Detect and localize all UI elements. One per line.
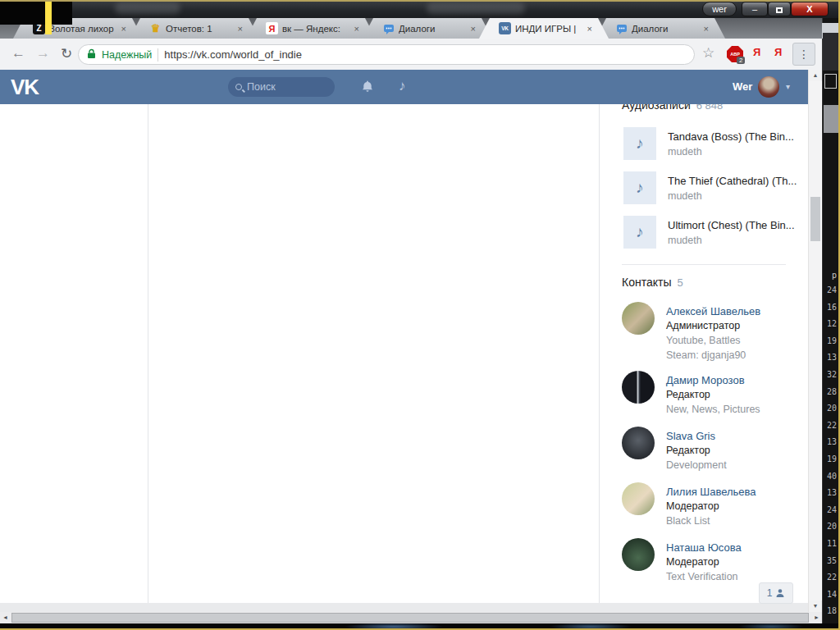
yandex-favicon-icon: Я xyxy=(266,22,278,34)
adblock-badge: 2 xyxy=(737,57,745,64)
back-icon[interactable]: ← xyxy=(11,45,25,62)
titlebar-glass xyxy=(427,2,525,14)
tab-indi-igry-active[interactable]: VK ИНДИ ИГРЫ | × xyxy=(479,18,609,39)
overlay-black-window xyxy=(0,0,72,25)
audio-track-title[interactable]: The Thief (Cathedral) (Th... xyxy=(668,175,797,187)
audio-note-icon[interactable]: ♪ xyxy=(623,127,656,160)
titlebar-glass xyxy=(115,2,180,14)
tab-close-icon[interactable]: × xyxy=(702,24,709,34)
yandex-extension-icon-2[interactable]: Я xyxy=(774,46,782,58)
chrome-menu-button[interactable]: ⋮ xyxy=(792,43,815,66)
contact-name-link[interactable]: Наташа Юсова xyxy=(666,541,742,554)
audio-track-title[interactable]: Tandava (Boss) (The Bin... xyxy=(668,130,794,143)
minimize-button[interactable]: – xyxy=(742,2,768,16)
screen-edge xyxy=(0,0,840,2)
tab-yandex[interactable]: Я вк — Яндекс: × xyxy=(246,18,376,39)
contacts-section-header[interactable]: Контакты5 xyxy=(622,276,683,289)
crown-favicon-icon: ♛ xyxy=(149,22,162,34)
contact-role: Модератор xyxy=(666,500,719,512)
tab-close-icon[interactable]: × xyxy=(236,24,243,34)
tab-label: Диалоги xyxy=(399,24,465,34)
security-label: Надежный xyxy=(102,49,152,61)
avatar[interactable] xyxy=(622,302,655,335)
browser-tab-strip: Z Золотая лихор × ♛ Отчетов: 1 × Я вк — … xyxy=(0,18,822,39)
contact-detail: Development xyxy=(666,459,727,471)
avatar[interactable] xyxy=(622,371,655,404)
contact-name-link[interactable]: Лилия Шавельева xyxy=(666,486,756,498)
contact-role: Администратор xyxy=(666,320,740,331)
divider xyxy=(622,264,786,265)
scrollbar-thumb[interactable] xyxy=(810,197,820,241)
minimize-icon: – xyxy=(752,4,757,14)
url-text[interactable]: https://vk.com/world_of_indie xyxy=(164,48,302,61)
notifications-bell-icon[interactable] xyxy=(361,80,374,96)
tab-label: Золотая лихор xyxy=(49,24,116,34)
contacts-count: 5 xyxy=(671,276,682,289)
maximize-button[interactable] xyxy=(768,2,791,16)
contact-name-link[interactable]: Дамир Морозов xyxy=(666,374,745,386)
header-avatar[interactable] xyxy=(758,76,779,98)
tab-label: Отчетов: 1 xyxy=(166,24,232,34)
scrollbar-thumb[interactable] xyxy=(11,613,809,623)
contact-detail: Steam: djganja90 xyxy=(666,349,746,361)
search-placeholder: Поиск xyxy=(247,81,276,93)
wer-taskbar-button[interactable]: wer xyxy=(702,2,737,16)
music-icon[interactable]: ♪ xyxy=(399,78,406,94)
audio-track-artist[interactable]: mudeth xyxy=(668,146,702,158)
scroll-right-icon[interactable]: ► xyxy=(811,612,822,623)
contact-role: Модератор xyxy=(666,556,719,568)
tab-dialogi-2[interactable]: Диалоги × xyxy=(596,18,725,39)
page-viewport: Мне уже плохо. 7 минут назад Ответить ♥ … xyxy=(0,70,822,612)
contact-detail: Text Verification xyxy=(666,571,738,582)
audio-note-icon[interactable]: ♪ xyxy=(623,171,656,204)
desktop: wer – X Z Золотая лихор × ♛ Отчетов: 1 ×… xyxy=(0,0,840,630)
scroll-left-icon[interactable]: ◄ xyxy=(0,612,11,623)
scroll-up-icon[interactable]: ▲ xyxy=(809,70,822,81)
avatar[interactable] xyxy=(622,538,655,571)
contact-name-link[interactable]: Алексей Шавельев xyxy=(666,305,760,317)
audio-track-title[interactable]: Ultimort (Chest) (The Bin... xyxy=(668,219,795,231)
tab-close-icon[interactable]: × xyxy=(586,24,592,34)
header-user-name[interactable]: Wer xyxy=(733,80,752,93)
url-separator xyxy=(158,48,158,62)
tab-label: Диалоги xyxy=(632,24,698,34)
background-window-box xyxy=(824,74,837,89)
online-count-badge[interactable]: 1 xyxy=(759,582,793,604)
vertical-scrollbar[interactable]: ▲ ▼ xyxy=(808,70,821,612)
scroll-down-icon[interactable]: ▼ xyxy=(809,600,822,612)
contact-role: Редактор xyxy=(666,445,710,456)
comments-card xyxy=(148,70,600,603)
tab-dialogi-1[interactable]: Диалоги × xyxy=(363,18,492,39)
vk-top-bar: VK Поиск ♪ Wer ▾ xyxy=(0,70,808,104)
bookmark-star-icon[interactable]: ☆ xyxy=(702,44,714,62)
person-icon xyxy=(775,588,785,598)
audio-track-artist[interactable]: mudeth xyxy=(668,190,702,202)
tab-label: ИНДИ ИГРЫ | xyxy=(515,24,582,34)
horizontal-scrollbar[interactable]: ◄ ► xyxy=(0,612,822,623)
chevron-down-icon[interactable]: ▾ xyxy=(786,82,790,91)
tab-close-icon[interactable]: × xyxy=(120,24,126,34)
online-count: 1 xyxy=(767,587,773,599)
tab-close-icon[interactable]: × xyxy=(353,24,359,34)
avatar[interactable] xyxy=(622,427,655,459)
vk-favicon-icon: VK xyxy=(499,22,511,34)
background-window-toolbar xyxy=(823,33,839,71)
address-bar[interactable]: Надежный https://vk.com/world_of_indie xyxy=(78,44,695,65)
contact-role: Редактор xyxy=(666,389,710,400)
tab-otchetov[interactable]: ♛ Отчетов: 1 × xyxy=(130,18,259,39)
forward-icon[interactable]: → xyxy=(36,45,50,62)
search-input[interactable]: Поиск xyxy=(228,77,335,97)
tab-close-icon[interactable]: × xyxy=(469,24,476,34)
vk-logo[interactable]: VK xyxy=(11,75,39,100)
tab-label: вк — Яндекс: xyxy=(282,24,349,34)
maximize-icon xyxy=(776,7,783,13)
contact-detail: Youtube, Battles xyxy=(666,335,741,346)
reload-icon[interactable]: ↻ xyxy=(61,45,72,62)
contact-name-link[interactable]: Slava Gris xyxy=(666,430,715,442)
avatar[interactable] xyxy=(622,482,655,515)
text-cursor-bar xyxy=(45,2,52,34)
audio-note-icon[interactable]: ♪ xyxy=(623,216,656,249)
audio-track-artist[interactable]: mudeth xyxy=(668,235,702,246)
close-button[interactable]: X xyxy=(791,2,829,16)
yandex-extension-icon[interactable]: Я xyxy=(753,46,760,58)
